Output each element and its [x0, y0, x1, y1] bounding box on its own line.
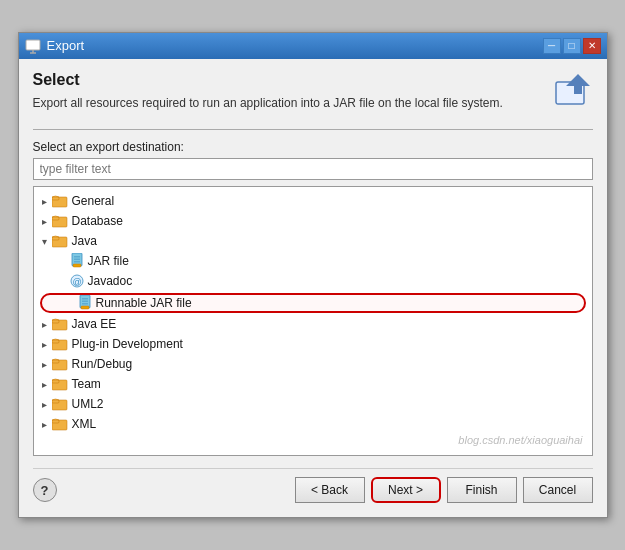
watermark: blog.csdn.net/xiaoguaihai — [458, 434, 582, 446]
nav-buttons: < Back Next > Finish Cancel — [295, 477, 593, 503]
item-label: UML2 — [72, 397, 104, 411]
collapse-arrow: ▸ — [42, 419, 52, 430]
section-description: Export all resources required to run an … — [33, 95, 553, 112]
item-label: Javadoc — [88, 274, 133, 288]
tree-item-runnable-jar[interactable]: Runnable JAR file — [40, 293, 586, 313]
export-dialog: Export ─ □ ✕ Select Export all resources… — [18, 32, 608, 519]
tree-item-uml2[interactable]: ▸ UML2 — [34, 394, 592, 414]
item-label: Java EE — [72, 317, 117, 331]
button-row: ? < Back Next > Finish Cancel — [33, 468, 593, 507]
svg-rect-6 — [52, 197, 59, 200]
section-title: Select — [33, 71, 553, 89]
tree-item-run-debug[interactable]: ▸ Run/Debug — [34, 354, 592, 374]
svg-rect-24 — [52, 320, 59, 323]
tree-item-plugin-dev[interactable]: ▸ Plug-in Development — [34, 334, 592, 354]
item-label: Runnable JAR file — [96, 296, 192, 310]
tree-item-java[interactable]: ▾ Java — [34, 231, 592, 251]
collapse-arrow: ▸ — [42, 196, 52, 207]
svg-text:@: @ — [72, 277, 81, 287]
svg-rect-32 — [52, 400, 59, 403]
dialog-content: Select Export all resources required to … — [19, 59, 607, 518]
title-bar-left: Export — [25, 38, 85, 54]
filter-label: Select an export destination: — [33, 140, 593, 154]
svg-rect-8 — [52, 217, 59, 220]
item-label: Plug-in Development — [72, 337, 183, 351]
collapse-arrow: ▸ — [42, 319, 52, 330]
title-bar: Export ─ □ ✕ — [19, 33, 607, 59]
svg-rect-19 — [82, 298, 88, 300]
item-label: General — [72, 194, 115, 208]
filter-input[interactable] — [33, 158, 593, 180]
close-button[interactable]: ✕ — [583, 38, 601, 54]
svg-rect-15 — [73, 264, 81, 267]
back-button[interactable]: < Back — [295, 477, 365, 503]
tree-item-general[interactable]: ▸ General — [34, 191, 592, 211]
help-button[interactable]: ? — [33, 478, 57, 502]
finish-button[interactable]: Finish — [447, 477, 517, 503]
svg-rect-12 — [74, 256, 80, 258]
dialog-header: Select Export all resources required to … — [33, 71, 593, 131]
window-controls: ─ □ ✕ — [543, 38, 601, 54]
item-label: Database — [72, 214, 123, 228]
tree-item-xml[interactable]: ▸ XML — [34, 414, 592, 434]
next-button[interactable]: Next > — [371, 477, 441, 503]
svg-rect-28 — [52, 360, 59, 363]
collapse-arrow: ▸ — [42, 399, 52, 410]
header-icon-area — [553, 71, 593, 111]
item-label: Run/Debug — [72, 357, 133, 371]
collapse-arrow: ▸ — [42, 339, 52, 350]
item-label: JAR file — [88, 254, 129, 268]
cancel-button[interactable]: Cancel — [523, 477, 593, 503]
svg-rect-13 — [74, 259, 80, 261]
minimize-button[interactable]: ─ — [543, 38, 561, 54]
svg-rect-22 — [81, 306, 89, 309]
tree-item-java-ee[interactable]: ▸ Java EE — [34, 314, 592, 334]
svg-rect-30 — [52, 380, 59, 383]
tree-wrapper: ▸ General▸ Database▾ Java JAR file @ Jav… — [33, 186, 593, 456]
tree-item-javadoc[interactable]: @ Javadoc — [34, 271, 592, 291]
collapse-arrow: ▸ — [42, 359, 52, 370]
export-title-icon — [25, 38, 41, 54]
window-title: Export — [47, 38, 85, 53]
item-label: Team — [72, 377, 101, 391]
item-label: Java — [72, 234, 97, 248]
svg-rect-20 — [82, 301, 88, 303]
tree-container[interactable]: ▸ General▸ Database▾ Java JAR file @ Jav… — [33, 186, 593, 456]
svg-rect-34 — [52, 420, 59, 423]
svg-rect-0 — [26, 40, 40, 50]
tree-item-team[interactable]: ▸ Team — [34, 374, 592, 394]
tree-item-database[interactable]: ▸ Database — [34, 211, 592, 231]
maximize-button[interactable]: □ — [563, 38, 581, 54]
collapse-arrow: ▸ — [42, 379, 52, 390]
expand-arrow: ▾ — [42, 236, 52, 247]
tree-item-jar-file[interactable]: JAR file — [34, 251, 592, 271]
svg-rect-26 — [52, 340, 59, 343]
header-text-area: Select Export all resources required to … — [33, 71, 553, 122]
svg-rect-14 — [74, 261, 80, 263]
item-label: XML — [72, 417, 97, 431]
export-arrow-icon — [554, 72, 592, 110]
svg-rect-21 — [82, 303, 88, 305]
svg-rect-10 — [52, 237, 59, 240]
collapse-arrow: ▸ — [42, 216, 52, 227]
